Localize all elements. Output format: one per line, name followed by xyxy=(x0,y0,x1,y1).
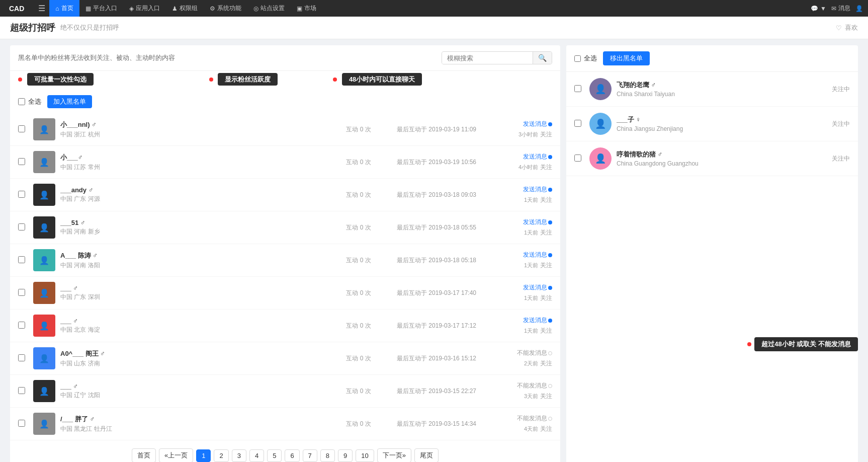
bl-follow-btn-0[interactable]: 关注中 xyxy=(832,85,850,94)
fan-checkbox-9[interactable] xyxy=(18,387,25,394)
page-7-btn[interactable]: 7 xyxy=(303,449,317,462)
remove-blacklist-button[interactable]: 移出黑名单 xyxy=(603,51,650,65)
bl-checkbox-0[interactable] xyxy=(574,85,581,92)
fan-follow-btn-8[interactable]: 关注 xyxy=(540,359,552,368)
fan-follow-btn-6[interactable]: 关注 xyxy=(540,294,552,302)
page-10-btn[interactable]: 10 xyxy=(356,449,374,462)
fan-follow-btn-10[interactable]: 关注 xyxy=(540,425,552,433)
nav-item-platform[interactable]: ▦ 平台入口 xyxy=(79,0,123,17)
nav-item-site[interactable]: ◎ 站点设置 xyxy=(247,0,291,17)
fan-send-msg-1[interactable]: 发送消息 xyxy=(492,120,552,128)
fan-checkbox-8[interactable] xyxy=(18,354,25,361)
search-input[interactable] xyxy=(442,52,533,64)
fan-row-10: 👤 /___ 胖了 ♂ 中国 黑龙江 牡丹江 互动 0 次 最后互动于 2019… xyxy=(10,408,560,440)
fan-checkbox-3[interactable] xyxy=(18,191,25,198)
avatar-img-1: 👤 xyxy=(39,125,49,134)
fan-send-msg-6[interactable]: 发送消息 xyxy=(492,283,552,292)
fan-checkbox-10[interactable] xyxy=(18,420,25,427)
nav-wechat[interactable]: 💬 ▼ xyxy=(811,5,826,12)
select-all-label[interactable]: 全选 xyxy=(18,97,41,106)
fan-send-msg-5[interactable]: 发送消息 xyxy=(492,251,552,259)
send-msg-text-4[interactable]: 发送消息 xyxy=(523,218,547,226)
fan-send-msg-8: 不能发消息 xyxy=(492,349,552,357)
send-msg-text-1[interactable]: 发送消息 xyxy=(523,120,547,128)
page-2-btn[interactable]: 2 xyxy=(214,449,228,462)
fan-send-msg-3[interactable]: 发送消息 xyxy=(492,185,552,194)
fan-follow-btn-4[interactable]: 关注 xyxy=(540,228,552,237)
nav-user[interactable]: 👤 xyxy=(855,5,863,12)
fan-follow-btn-7[interactable]: 关注 xyxy=(540,327,552,335)
fan-actions-1: 发送消息 3小时前 关注 xyxy=(492,120,552,139)
nav-site-label: 站点设置 xyxy=(261,4,285,13)
fan-avatar-6: 👤 xyxy=(33,282,55,304)
blacklist-select-all-label[interactable]: 全选 xyxy=(574,54,597,63)
fan-checkbox-2[interactable] xyxy=(18,158,25,165)
page-3-btn[interactable]: 3 xyxy=(232,449,246,462)
fan-info-10: /___ 胖了 ♂ 中国 黑龙江 牡丹江 xyxy=(60,415,331,433)
fan-check-4 xyxy=(18,223,28,232)
fan-stats-8: 互动 0 次 xyxy=(336,354,381,363)
fan-info-6: ___ ♂ 中国 广东 深圳 xyxy=(60,284,331,301)
fan-follow-btn-3[interactable]: 关注 xyxy=(540,196,552,204)
page-9-btn[interactable]: 9 xyxy=(338,449,353,462)
nav-item-market[interactable]: ▣ 市场 xyxy=(291,0,322,17)
fan-send-msg-2[interactable]: 发送消息 xyxy=(492,152,552,161)
send-msg-text-3[interactable]: 发送消息 xyxy=(523,185,547,194)
fan-follow-btn-9[interactable]: 关注 xyxy=(540,392,552,401)
bl-follow-btn-2[interactable]: 关注中 xyxy=(832,155,850,163)
page-first-btn[interactable]: 首页 xyxy=(132,448,156,462)
tooltip-chat-48h: 48小时内可以直接聊天 xyxy=(342,73,422,86)
fans-panel: 黑名单中的粉丝将无法收到关注、被动、主动时的内容 🔍 可批量一次性勾选 显示粉丝… xyxy=(10,45,560,462)
page-prev-btn[interactable]: «上一页 xyxy=(159,448,193,462)
search-button[interactable]: 🔍 xyxy=(533,52,552,64)
page-5-btn[interactable]: 5 xyxy=(267,449,282,462)
bl-name-1: ___子 ♀ xyxy=(617,115,827,124)
fan-check-9 xyxy=(18,387,28,396)
fan-checkbox-5[interactable] xyxy=(18,256,25,263)
send-msg-text-7[interactable]: 发送消息 xyxy=(523,316,547,325)
page-next-btn[interactable]: 下一页» xyxy=(377,448,411,462)
fan-checkbox-1[interactable] xyxy=(18,125,25,132)
nav-item-system[interactable]: ⚙ 系统功能 xyxy=(204,0,247,17)
send-msg-text-2[interactable]: 发送消息 xyxy=(523,152,547,161)
fan-send-msg-7[interactable]: 发送消息 xyxy=(492,316,552,325)
bl-check-1 xyxy=(574,120,584,128)
page-subtitle: 绝不仅仅只是打招呼 xyxy=(60,23,119,32)
blacklist-select-all-text: 全选 xyxy=(584,54,597,63)
nav-item-app[interactable]: ◈ 应用入口 xyxy=(123,0,166,17)
nav-message[interactable]: ✉ 消息 xyxy=(831,4,850,13)
send-msg-text-6[interactable]: 发送消息 xyxy=(523,283,547,292)
page-fav[interactable]: ♡ 喜欢 xyxy=(836,23,858,32)
fan-location-1: 中国 浙江 杭州 xyxy=(60,130,331,139)
page-6-btn[interactable]: 6 xyxy=(285,449,299,462)
fan-send-msg-4[interactable]: 发送消息 xyxy=(492,218,552,226)
nav-item-home[interactable]: ⌂ 首页 xyxy=(49,0,79,17)
add-blacklist-button[interactable]: 加入黑名单 xyxy=(47,95,92,108)
send-msg-text-9: 不能发消息 xyxy=(517,381,547,390)
select-all-checkbox[interactable] xyxy=(18,98,25,105)
page-last-btn[interactable]: 尾页 xyxy=(414,448,439,462)
fan-follow-btn-1[interactable]: 关注 xyxy=(540,130,552,139)
send-msg-text-5[interactable]: 发送消息 xyxy=(523,251,547,259)
page-4-btn[interactable]: 4 xyxy=(249,449,264,462)
fan-avatar-5: 👤 xyxy=(33,249,55,271)
bl-follow-btn-1[interactable]: 关注中 xyxy=(832,120,850,128)
fan-follow-row-1: 3小时前 关注 xyxy=(492,130,552,139)
avatar-img-8: 👤 xyxy=(39,354,49,363)
fan-follow-btn-5[interactable]: 关注 xyxy=(540,261,552,270)
page-1-btn[interactable]: 1 xyxy=(196,449,211,462)
fan-checkbox-4[interactable] xyxy=(18,223,25,230)
nav-item-permission[interactable]: ♟ 权限组 xyxy=(166,0,204,17)
fan-checkbox-7[interactable] xyxy=(18,322,25,329)
fan-checkbox-6[interactable] xyxy=(18,289,25,296)
fan-last-active-4: 最后互动于 2019-03-18 05:55 xyxy=(386,223,487,232)
fan-follow-btn-2[interactable]: 关注 xyxy=(540,163,552,172)
hamburger-icon[interactable]: ☰ xyxy=(38,4,45,13)
bl-checkbox-1[interactable] xyxy=(574,120,581,127)
bl-checkbox-2[interactable] xyxy=(574,155,581,162)
fan-stats-4: 互动 0 次 xyxy=(336,223,381,232)
blacklist-select-all-checkbox[interactable] xyxy=(574,55,581,62)
fav-label: 喜欢 xyxy=(845,23,858,32)
page-8-btn[interactable]: 8 xyxy=(320,449,335,462)
fan-last-active-2: 最后互动于 2019-03-19 10:56 xyxy=(386,158,487,167)
